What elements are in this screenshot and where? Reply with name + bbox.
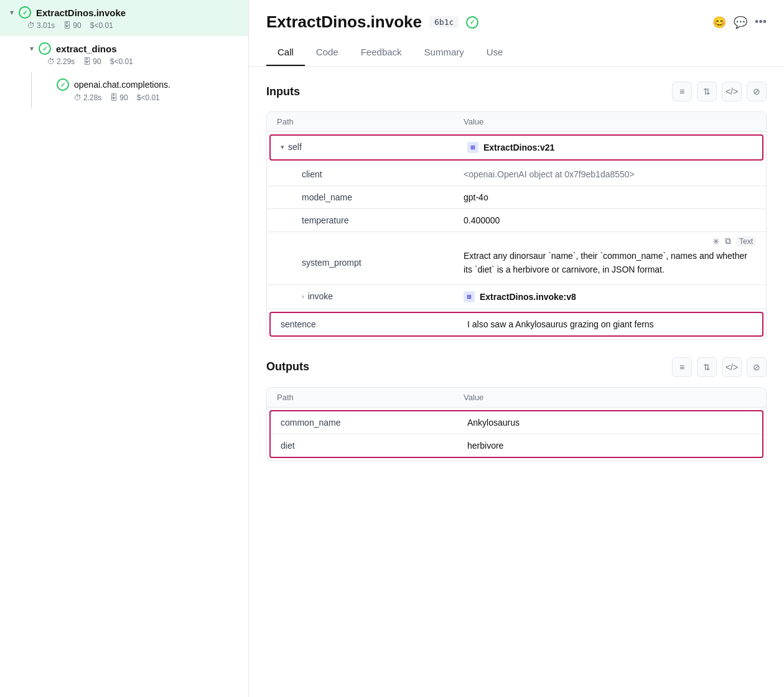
- main-header: ExtractDinos.invoke 6b1c 😊 💬 ••• Call Co…: [249, 0, 784, 67]
- path-value-system-prompt: system_prompt: [302, 258, 362, 268]
- cost-meta: $<0.01: [110, 57, 133, 66]
- code-icon-btn[interactable]: </>: [722, 82, 742, 101]
- expand-icon-btn[interactable]: ⇅: [697, 82, 717, 101]
- status-success-icon: [57, 78, 69, 91]
- self-highlight-wrapper: ▾ self ⊞ ExtractDinos:v21: [269, 134, 763, 161]
- time-meta: ⏱ 3.01s: [27, 21, 55, 30]
- inputs-section: Inputs ≡ ⇅ </> ⊘ Path Value: [266, 82, 767, 340]
- list-icon-btn[interactable]: ≡: [672, 357, 692, 377]
- value-header: Value: [464, 393, 756, 402]
- sidebar: ▾ ExtractDinos.invoke ⏱ 3.01s 🗄 90 $<0.0…: [0, 0, 249, 697]
- path-value-common-name: common_name: [281, 418, 341, 428]
- path-value-model-name: model_name: [302, 192, 352, 202]
- tab-use[interactable]: Use: [475, 42, 515, 66]
- expand-icon-btn[interactable]: ⇅: [697, 357, 717, 377]
- path-cell-diet: diet: [281, 441, 467, 451]
- table-row-invoke: › invoke ⊞ ExtractDinos.invoke:v8: [267, 285, 766, 309]
- value-cell-temperature: 0.400000: [464, 215, 756, 225]
- status-success-icon: [19, 6, 31, 19]
- table-row-temperature: temperature 0.400000: [267, 209, 766, 232]
- tab-feedback[interactable]: Feedback: [350, 42, 413, 66]
- module-icon: ⊞: [467, 142, 478, 153]
- value-cell-client: <openai.OpenAI object at 0x7f9eb1da8550>: [464, 169, 756, 179]
- sidebar-item-title: openai.chat.completions.: [74, 80, 170, 90]
- path-cell-sentence: sentence: [281, 319, 467, 329]
- inputs-table: Path Value ▾ self ⊞ ExtractDinos:v21: [266, 111, 767, 340]
- path-value-temperature: temperature: [302, 215, 348, 225]
- value-cell-self: ⊞ ExtractDinos:v21: [467, 142, 752, 153]
- path-cell-self: ▾ self: [281, 142, 467, 152]
- tab-summary[interactable]: Summary: [413, 42, 475, 66]
- time-meta: ⏱ 2.29s: [47, 57, 75, 66]
- path-cell-temperature: temperature: [277, 215, 464, 225]
- path-cell-common-name: common_name: [281, 418, 467, 428]
- path-cell-system-prompt: system_prompt: [277, 249, 464, 277]
- value-sentence: I also saw a Ankylosaurus grazing on gia…: [467, 319, 654, 329]
- value-cell-common-name: Ankylosaurus: [467, 418, 752, 428]
- outputs-highlight-wrapper: common_name Ankylosaurus diet herbivore: [269, 410, 763, 458]
- path-value-self: self: [288, 142, 302, 152]
- filter-icon-btn[interactable]: ⊘: [747, 82, 767, 101]
- chevron-down-icon[interactable]: ▾: [30, 44, 34, 53]
- value-cell-diet: herbivore: [467, 441, 752, 451]
- status-success-icon: [39, 42, 51, 55]
- emoji-icon[interactable]: 😊: [712, 16, 726, 29]
- value-client: <openai.OpenAI object at 0x7f9eb1da8550>: [464, 169, 635, 179]
- sidebar-item-extract-dinos[interactable]: ▾ extract_dinos ⏱ 2.29s 🗄 90 $<0.01: [20, 36, 248, 72]
- time-meta: ⏱ 2.28s: [74, 93, 101, 102]
- path-cell-client: client: [277, 169, 464, 179]
- chevron-down-icon[interactable]: ▾: [281, 143, 284, 151]
- table-row-system-prompt: ✳ ⧉ Text system_prompt Extract any dinor…: [267, 232, 766, 285]
- chevron-right-icon[interactable]: ›: [302, 292, 304, 300]
- filter-icon-btn[interactable]: ⊘: [747, 357, 767, 377]
- path-cell-model-name: model_name: [277, 192, 464, 202]
- tab-bar: Call Code Feedback Summary Use: [266, 42, 767, 66]
- code-icon-btn[interactable]: </>: [722, 357, 742, 377]
- copy-icon[interactable]: ⧉: [725, 236, 731, 246]
- chat-icon[interactable]: 💬: [734, 16, 747, 29]
- tab-code[interactable]: Code: [305, 42, 350, 66]
- path-value-sentence: sentence: [281, 319, 316, 329]
- path-header: Path: [277, 117, 464, 126]
- sidebar-item-meta: ⏱ 2.29s 🗄 90 $<0.01: [30, 57, 238, 66]
- value-self: ExtractDinos:v21: [483, 143, 554, 152]
- value-cell-system-prompt: Extract any dinorsaur `name`, their `com…: [464, 249, 756, 277]
- inputs-header: Inputs ≡ ⇅ </> ⊘: [266, 82, 767, 101]
- table-row-model-name: model_name gpt-4o: [267, 186, 766, 209]
- cost-meta: $<0.01: [137, 93, 160, 102]
- cost-meta: $<0.01: [90, 21, 113, 30]
- tokens-meta: 🗄 90: [83, 57, 101, 66]
- outputs-table: Path Value common_name Ankylosaurus: [266, 387, 767, 461]
- table-row-common-name: common_name Ankylosaurus: [271, 411, 762, 434]
- main-content: Inputs ≡ ⇅ </> ⊘ Path Value: [249, 67, 784, 494]
- outputs-section: Outputs ≡ ⇅ </> ⊘ Path Value: [266, 357, 767, 461]
- chevron-down-icon[interactable]: ▾: [10, 8, 14, 17]
- sidebar-item-openai-chat[interactable]: openai.chat.completions. ⏱ 2.28s 🗄 90 $<…: [47, 72, 248, 108]
- inputs-actions: ≡ ⇅ </> ⊘: [672, 82, 767, 101]
- sidebar-item-meta: ⏱ 3.01s 🗄 90 $<0.01: [10, 21, 238, 30]
- more-icon[interactable]: •••: [755, 16, 767, 29]
- table-row-diet: diet herbivore: [271, 434, 762, 457]
- module-icon: ⊞: [464, 291, 475, 302]
- value-cell-invoke: ⊞ ExtractDinos.invoke:v8: [464, 291, 756, 302]
- inputs-title: Inputs: [266, 85, 300, 98]
- status-success-icon: [466, 16, 478, 29]
- path-cell-invoke: › invoke: [277, 291, 464, 301]
- tokens-meta: 🗄 90: [63, 21, 81, 30]
- list-icon-btn[interactable]: ≡: [672, 82, 692, 101]
- sidebar-item-extract-dinos-invoke[interactable]: ▾ ExtractDinos.invoke ⏱ 3.01s 🗄 90 $<0.0…: [0, 0, 248, 36]
- value-model-name: gpt-4o: [464, 192, 488, 202]
- value-diet: herbivore: [467, 441, 503, 451]
- sentence-highlight-wrapper: sentence I also saw a Ankylosaurus grazi…: [269, 312, 763, 337]
- sidebar-item-meta: ⏱ 2.28s 🗄 90 $<0.01: [57, 93, 238, 102]
- tab-call[interactable]: Call: [266, 42, 305, 66]
- sidebar-item-title: ExtractDinos.invoke: [36, 7, 126, 18]
- type-label: Text: [736, 236, 756, 246]
- asterisk-icon: ✳: [712, 236, 720, 246]
- page-title: ExtractDinos.invoke: [266, 12, 422, 32]
- sidebar-item-title: extract_dinos: [56, 44, 117, 54]
- path-value-diet: diet: [281, 441, 295, 451]
- outputs-title: Outputs: [266, 360, 309, 373]
- value-common-name: Ankylosaurus: [467, 418, 520, 428]
- main-panel: ExtractDinos.invoke 6b1c 😊 💬 ••• Call Co…: [249, 0, 784, 697]
